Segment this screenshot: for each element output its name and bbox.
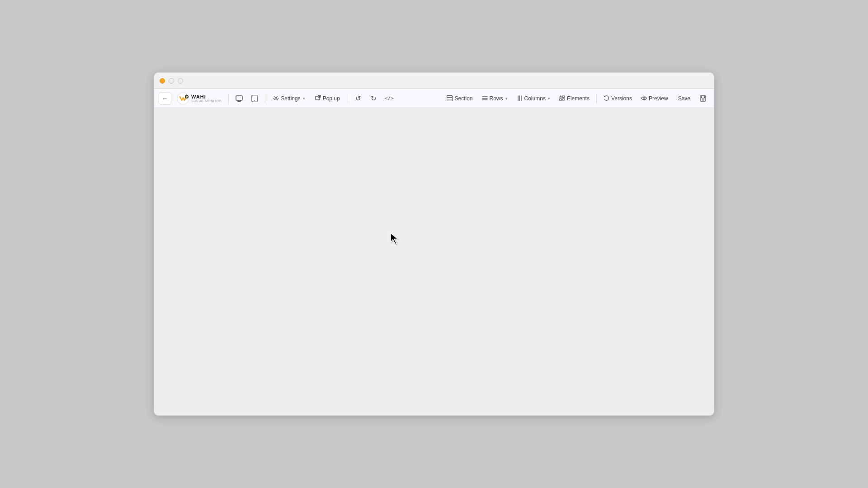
svg-point-22: [559, 99, 561, 101]
preview-label: Preview: [649, 95, 668, 102]
rows-button[interactable]: Rows: [478, 94, 511, 103]
mobile-icon: [251, 95, 258, 102]
svg-rect-23: [562, 99, 565, 101]
code-editor-button[interactable]: </>: [383, 92, 396, 105]
storage-button[interactable]: [697, 92, 709, 105]
toolbar-divider-1: [228, 94, 229, 103]
settings-button[interactable]: Settings: [269, 94, 308, 103]
undo-button[interactable]: ↺: [352, 92, 365, 105]
svg-rect-21: [562, 96, 565, 98]
toolbar-divider-3: [348, 94, 348, 103]
logo-sub-text: SOCIAL MONITOR: [191, 99, 222, 103]
settings-icon: [273, 95, 279, 101]
section-icon: [447, 95, 453, 101]
svg-point-8: [254, 100, 255, 101]
columns-label: Columns: [524, 95, 546, 102]
svg-rect-12: [447, 96, 453, 101]
redo-button[interactable]: ↻: [368, 92, 380, 105]
svg-point-28: [702, 99, 704, 100]
redo-icon: ↻: [371, 94, 377, 103]
popup-icon: [315, 95, 321, 101]
canvas-area: [154, 108, 714, 415]
columns-button[interactable]: Columns: [513, 94, 554, 103]
logo-text-group: WAHI SOCIAL MONITOR: [191, 94, 222, 103]
back-button[interactable]: ←: [159, 92, 171, 105]
versions-button[interactable]: Versions: [600, 94, 636, 103]
back-icon: ←: [162, 95, 168, 102]
undo-icon: ↺: [355, 94, 361, 103]
storage-icon: [700, 95, 706, 102]
elements-icon: [559, 95, 565, 101]
maximize-button[interactable]: [178, 78, 183, 84]
popup-label: Pop up: [323, 95, 340, 102]
logo-area: WAHI SOCIAL MONITOR: [174, 92, 224, 105]
toolbar-divider-4: [596, 94, 597, 103]
section-button[interactable]: Section: [443, 94, 476, 103]
close-button[interactable]: [160, 78, 165, 84]
logo-main-text: WAHI: [191, 94, 222, 99]
elements-label: Elements: [567, 95, 590, 102]
svg-rect-3: [236, 96, 242, 100]
section-label: Section: [454, 95, 472, 102]
toolbar-divider-2: [265, 94, 265, 103]
rows-label: Rows: [490, 95, 503, 102]
logo-icon: [177, 92, 189, 105]
rows-icon: [482, 95, 488, 101]
svg-rect-10: [316, 96, 320, 100]
versions-icon: [604, 95, 609, 101]
settings-label: Settings: [281, 95, 300, 102]
title-bar: [154, 73, 714, 89]
elements-button[interactable]: Elements: [556, 94, 593, 103]
desktop-icon: [236, 95, 243, 102]
preview-button[interactable]: Preview: [637, 94, 672, 103]
preview-icon: [641, 95, 647, 101]
mobile-view-button[interactable]: [248, 92, 261, 105]
versions-label: Versions: [611, 95, 632, 102]
toolbar-right: Section Rows Columns: [443, 92, 709, 105]
save-label: Save: [678, 95, 690, 102]
columns-icon: [517, 95, 523, 101]
desktop-view-button[interactable]: [233, 92, 245, 105]
toolbar: ← WAHI SOCIAL MONITOR: [154, 89, 714, 108]
svg-point-24: [643, 98, 645, 99]
svg-point-9: [275, 98, 277, 99]
minimize-button[interactable]: [169, 78, 174, 84]
toolbar-left: ← WAHI SOCIAL MONITOR: [159, 92, 440, 105]
popup-button[interactable]: Pop up: [311, 94, 344, 103]
save-button[interactable]: Save: [674, 94, 695, 103]
code-icon: </>: [385, 95, 394, 101]
app-window: ← WAHI SOCIAL MONITOR: [154, 72, 714, 416]
svg-rect-27: [704, 96, 704, 98]
